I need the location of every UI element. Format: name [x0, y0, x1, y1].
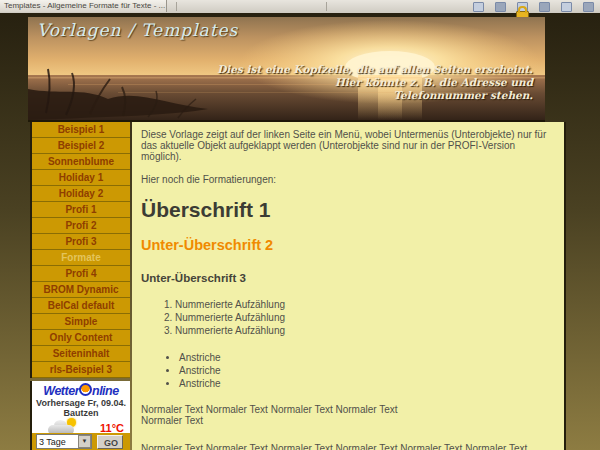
browser-toolbar-icons — [473, 2, 594, 12]
wetteronline-logo[interactable]: Wetternline — [32, 381, 130, 398]
numbered-list: Nummerierte Aufzählung Nummerierte Aufzä… — [141, 298, 555, 337]
logo-text-right: nline — [92, 384, 119, 398]
sidebar-item-profi-2[interactable]: Profi 2 — [32, 218, 130, 234]
sidebar-item-holiday-2[interactable]: Holiday 2 — [32, 186, 130, 202]
intro-paragraph: Diese Vorlage zeigt auf der linken Seite… — [141, 129, 555, 162]
heading-3: Unter-Überschrift 3 — [141, 272, 555, 284]
help-icon[interactable] — [583, 2, 594, 12]
heading-1: Überschrift 1 — [141, 199, 555, 221]
sidebar-item-brom-dynamic[interactable]: BROM Dynamic — [32, 282, 130, 298]
go-button[interactable]: GO — [97, 435, 123, 449]
normal-text-paragraph: Normaler Text Normaler Text Normaler Tex… — [141, 404, 555, 426]
range-select[interactable]: 3 Tage ▼ — [36, 434, 92, 449]
sidebar-menu: Beispiel 1 Beispiel 2 Sonnenblume Holida… — [30, 122, 130, 378]
sidebar-item-rls-beispiel-3[interactable]: rls-Beispiel 3 — [32, 362, 130, 378]
long-text-paragraph: Normaler Text Normaler Text Normaler Tex… — [141, 443, 555, 450]
panels-icon[interactable] — [473, 2, 484, 12]
browser-tab-bar: Templates - Allgemeine Formate für Texte… — [0, 0, 600, 14]
sidebar-item-profi-1[interactable]: Profi 1 — [32, 202, 130, 218]
sidebar-item-simple[interactable]: Simple — [32, 314, 130, 330]
heading-2: Unter-Überschrift 2 — [141, 238, 555, 253]
wetteronline-sun-icon — [79, 383, 92, 396]
range-select-value: 3 Tage — [39, 437, 66, 447]
bullet-list-item: Anstriche — [179, 351, 555, 364]
sidebar-item-profi-4[interactable]: Profi 4 — [32, 266, 130, 282]
tab-title: Templates - Allgemeine Formate für Texte… — [4, 1, 165, 10]
screen: Templates - Allgemeine Formate für Texte… — [0, 0, 600, 450]
sidebar-item-belcal-default[interactable]: BelCal default — [32, 298, 130, 314]
sidebar-item-formate[interactable]: Formate — [32, 250, 130, 266]
sidebar-item-holiday-1[interactable]: Holiday 1 — [32, 170, 130, 186]
numbered-list-item: Nummerierte Aufzählung — [175, 298, 555, 311]
zoom-icon[interactable] — [539, 2, 550, 12]
weather-controls: 3 Tage ▼ GO — [32, 433, 130, 450]
sidebar-item-beispiel-1[interactable]: Beispiel 1 — [32, 122, 130, 138]
site-title: Vorlagen / Templates — [37, 20, 238, 40]
tab-separator — [326, 2, 327, 11]
chevron-down-icon[interactable]: ▼ — [78, 435, 91, 448]
sidebar-item-sonnenblume[interactable]: Sonnenblume — [32, 154, 130, 170]
sidebar-item-seiteninhalt[interactable]: Seiteninhalt — [32, 346, 130, 362]
normal-text-line: Normaler Text Normaler Text Normaler Tex… — [141, 404, 398, 415]
sidebar-item-beispiel-2[interactable]: Beispiel 2 — [32, 138, 130, 154]
tagline-line: Hier könnte z. B. die Adresse und — [217, 76, 533, 89]
print-icon[interactable] — [495, 2, 506, 12]
tab-separator — [176, 2, 177, 11]
tagline-line: Telefonnummer stehen. — [217, 89, 533, 102]
header-tagline: Dies ist eine Kopfzeile, die auf allen S… — [217, 63, 533, 102]
forecast-label: Vorhersage Fr, 09.04. — [32, 398, 130, 408]
logo-text-left: Wetter — [43, 384, 79, 398]
bullet-list-item: Anstriche — [179, 377, 555, 390]
formats-line: Hier noch die Formatierungen: — [141, 174, 555, 185]
tagline-line: Dies ist eine Kopfzeile, die auf allen S… — [217, 63, 533, 76]
normal-text-line: Normaler Text — [141, 415, 203, 426]
weather-widget: Wetternline Vorhersage Fr, 09.04. Bautze… — [30, 381, 130, 450]
numbered-list-item: Nummerierte Aufzählung — [175, 311, 555, 324]
browser-tab[interactable]: Templates - Allgemeine Formate für Texte… — [0, 0, 167, 12]
header-image: Vorlagen / Templates Dies ist eine Kopfz… — [28, 17, 545, 122]
sidebar-item-only-content[interactable]: Only Content — [32, 330, 130, 346]
numbered-list-item: Nummerierte Aufzählung — [175, 324, 555, 337]
images-icon[interactable] — [561, 2, 572, 12]
forecast-city: Bautzen — [32, 408, 130, 418]
sidebar-item-profi-3[interactable]: Profi 3 — [32, 234, 130, 250]
content-area: Diese Vorlage zeigt auf der linken Seite… — [132, 122, 566, 450]
bullet-list-item: Anstriche — [179, 364, 555, 377]
bullet-list: Anstriche Anstriche Anstriche — [141, 351, 555, 390]
